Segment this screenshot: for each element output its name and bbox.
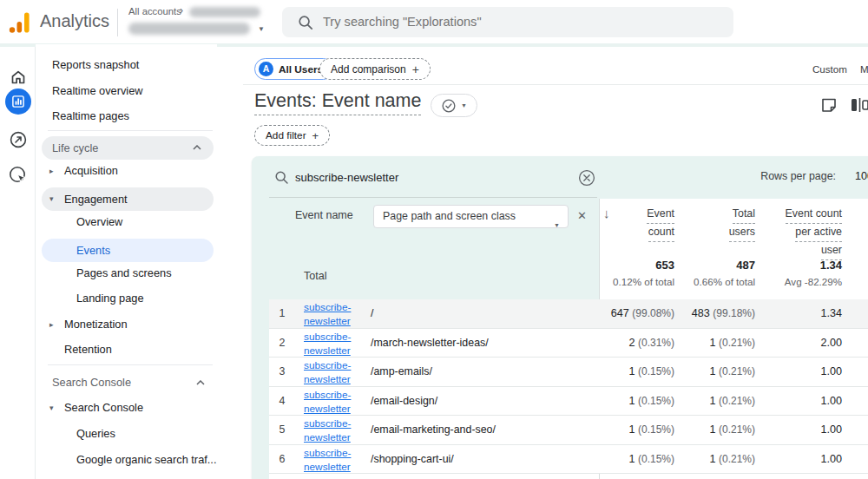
sidebar-item-acquisition[interactable]: Acquisition bbox=[64, 162, 118, 180]
sidebar-item-reports-snapshot[interactable]: Reports snapshot bbox=[52, 56, 139, 74]
table-row[interactable]: 5 subscribe-newsletter /email-marketing-… bbox=[269, 416, 868, 445]
plus-icon: + bbox=[312, 129, 319, 142]
total-users-cell: 1 (0.21%) bbox=[709, 416, 755, 445]
comparisons-panel-icon[interactable] bbox=[850, 95, 868, 115]
table-row[interactable]: 3 subscribe-newsletter /amp-emails/ 1 (0… bbox=[269, 358, 868, 387]
events-table-card: Rows per page: 100 Event name Page path … bbox=[252, 156, 868, 479]
row-number: 2 bbox=[274, 329, 290, 358]
report-status-dropdown[interactable]: ▼ bbox=[431, 94, 477, 117]
sidebar-item-landing-page[interactable]: Landing page bbox=[76, 290, 144, 307]
sidebar-item-search-console[interactable]: Search Console bbox=[64, 399, 143, 417]
sidebar-item-monetization[interactable]: Monetization bbox=[64, 316, 128, 333]
add-comparison-chip[interactable]: Add comparison + bbox=[319, 58, 431, 80]
expand-monetization-icon[interactable]: ▸ bbox=[49, 320, 54, 329]
sidebar-item-events[interactable]: Events bbox=[42, 239, 214, 262]
redacted-property-name[interactable] bbox=[128, 23, 250, 35]
ecpau-cell: 1.00 bbox=[820, 358, 842, 387]
rows-per-page-label: Rows per page: bbox=[760, 170, 836, 182]
sidebar-item-google-organic-search[interactable]: Google organic search traf... bbox=[76, 451, 216, 469]
table-row[interactable]: 4 subscribe-newsletter /email-design/ 1 … bbox=[269, 387, 868, 417]
page-path-cell: / bbox=[371, 299, 373, 329]
primary-dimension-header[interactable]: Event name bbox=[295, 209, 353, 221]
expand-acquisition-icon[interactable]: ▸ bbox=[49, 167, 54, 175]
event-count-cell: 647 (99.08%) bbox=[611, 299, 674, 329]
search-icon bbox=[297, 14, 314, 31]
table-row[interactable]: 1 subscribe-newsletter / 647 (99.08%) 48… bbox=[269, 299, 868, 329]
total-users-pct: 0.66% of total bbox=[694, 276, 755, 287]
ecpau-cell: 1.00 bbox=[820, 387, 842, 417]
page-path-cell: /shopping-cart-ui/ bbox=[371, 445, 454, 475]
secondary-dimension-dropdown[interactable]: Page path and screen class ▼ bbox=[373, 205, 569, 228]
table-search-input[interactable] bbox=[295, 167, 556, 187]
property-switcher-caret-icon[interactable]: ▼ bbox=[258, 25, 265, 33]
page-path-cell: /amp-emails/ bbox=[371, 358, 432, 387]
app-title: Analytics bbox=[40, 11, 109, 31]
collapse-section-icon[interactable] bbox=[196, 380, 205, 385]
sort-descending-icon[interactable]: ↓ bbox=[603, 206, 610, 220]
reports-sidebar: Reports snapshot Realtime overview Realt… bbox=[36, 44, 217, 479]
sidebar-item-overview[interactable]: Overview bbox=[76, 213, 122, 231]
toolbar-divider bbox=[243, 84, 868, 85]
dropdown-caret-icon: ▼ bbox=[461, 102, 467, 108]
page-title[interactable]: Events: Event name bbox=[254, 90, 421, 115]
total-users-cell: 1 (0.21%) bbox=[709, 358, 755, 387]
event-name-link[interactable]: subscribe-newsletter bbox=[304, 417, 372, 444]
collapse-section-icon[interactable] bbox=[193, 145, 201, 150]
table-row[interactable]: 2 subscribe-newsletter /march-newsletter… bbox=[269, 329, 868, 358]
note-icon[interactable] bbox=[819, 95, 838, 115]
event-name-link[interactable]: subscribe-newsletter bbox=[304, 446, 372, 474]
remove-secondary-dimension-icon[interactable]: ✕ bbox=[577, 209, 587, 222]
ecpau-cell: 1.34 bbox=[820, 299, 842, 329]
event-count-cell: 1 (0.15%) bbox=[628, 387, 674, 417]
sidebar-item-engagement[interactable]: ▾ Engagement bbox=[42, 187, 214, 211]
rows-per-page-select[interactable]: 100 bbox=[855, 170, 868, 182]
clear-search-icon[interactable] bbox=[578, 169, 595, 187]
event-name-link[interactable]: subscribe-newsletter bbox=[304, 388, 372, 416]
event-name-link[interactable]: subscribe-newsletter bbox=[304, 300, 372, 328]
row-number: 5 bbox=[274, 416, 290, 445]
sidebar-item-realtime-pages[interactable]: Realtime pages bbox=[52, 108, 129, 125]
sidebar-item-realtime-overview[interactable]: Realtime overview bbox=[52, 82, 143, 100]
header-divider bbox=[117, 9, 118, 36]
event-count-cell: 1 (0.15%) bbox=[628, 445, 674, 475]
accounts-breadcrumb[interactable]: All accounts bbox=[128, 6, 181, 16]
explore-icon[interactable] bbox=[0, 127, 36, 153]
global-search-bar[interactable] bbox=[282, 7, 733, 37]
total-users-cell: 1 (0.21%) bbox=[709, 387, 755, 417]
total-users-cell: 1 (0.21%) bbox=[709, 445, 755, 475]
redacted-account-name bbox=[189, 7, 260, 17]
sidebar-item-retention[interactable]: Retention bbox=[64, 341, 112, 358]
column-header-event-count-per-active-user[interactable]: Event count per active user bbox=[786, 206, 842, 260]
column-header-total-users[interactable]: Total users bbox=[729, 206, 755, 242]
row-number: 6 bbox=[274, 445, 290, 475]
total-event-count: 653 bbox=[655, 259, 674, 272]
date-range-picker[interactable]: Custom bbox=[812, 63, 847, 75]
sidebar-item-pages-and-screens[interactable]: Pages and screens bbox=[76, 265, 172, 282]
total-row-label: Total bbox=[304, 270, 327, 282]
page-path-cell: /email-design/ bbox=[371, 387, 437, 417]
advertising-icon[interactable] bbox=[0, 161, 36, 187]
column-header-event-count[interactable]: Event count bbox=[647, 206, 674, 242]
event-name-link[interactable]: subscribe-newsletter bbox=[304, 330, 372, 358]
sidebar-item-queries[interactable]: Queries bbox=[76, 425, 115, 443]
segment-avatar: A bbox=[259, 62, 273, 76]
collapse-engagement-icon[interactable]: ▾ bbox=[49, 187, 54, 211]
event-count-cell: 1 (0.15%) bbox=[628, 358, 674, 387]
add-filter-chip[interactable]: Add filter + bbox=[254, 125, 330, 146]
global-search-input[interactable] bbox=[323, 12, 705, 31]
row-number: 4 bbox=[274, 387, 290, 417]
total-users-value: 487 bbox=[736, 259, 755, 272]
table-row[interactable]: 6 subscribe-newsletter /shopping-cart-ui… bbox=[269, 445, 868, 475]
event-name-link[interactable]: subscribe-newsletter bbox=[304, 358, 372, 386]
reports-icon[interactable] bbox=[0, 89, 36, 115]
sidebar-section-search-console[interactable]: Search Console bbox=[52, 374, 131, 391]
home-icon[interactable] bbox=[0, 64, 36, 90]
row-number: 1 bbox=[274, 299, 290, 329]
collapse-search-console-icon[interactable]: ▾ bbox=[49, 404, 54, 412]
total-users-cell: 483 (99.18%) bbox=[692, 299, 755, 329]
page-path-cell: /email-marketing-and-seo/ bbox=[371, 416, 496, 445]
search-row-border bbox=[269, 197, 597, 198]
check-circle-icon bbox=[441, 98, 457, 114]
sidebar-section-life-cycle[interactable]: Life cycle bbox=[42, 136, 214, 160]
analytics-app: Analytics All accounts › ▼ bbox=[0, 0, 868, 479]
